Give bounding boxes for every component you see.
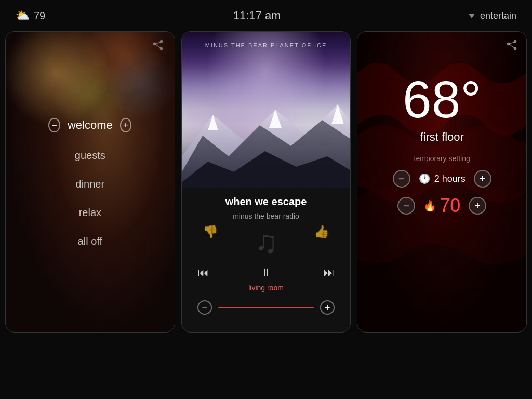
thumbs-up-button[interactable]: 👍 — [314, 224, 329, 260]
volume-bar[interactable] — [218, 307, 314, 308]
temp-minus-button[interactable]: − — [397, 197, 415, 215]
share-icon — [504, 39, 519, 54]
scene-plus-button[interactable]: + — [120, 118, 132, 132]
weather-widget: ⛅ 79 — [16, 9, 45, 22]
plus-icon: + — [480, 173, 486, 185]
svg-line-3 — [155, 42, 161, 44]
timer-plus-button[interactable]: + — [474, 170, 491, 188]
plus-icon: + — [325, 303, 330, 312]
minus-icon: − — [202, 303, 207, 312]
timer-row: − 🕐 2 hours + — [368, 170, 516, 188]
set-temp-row: − 🔥 70 + — [368, 195, 516, 217]
album-art: MINUS THE BEAR PLANET OF ICE — [182, 32, 351, 188]
thermo-content: 68° first floor temporary setting − 🕐 2 … — [357, 32, 526, 332]
scene-list: guests dinner relax all off — [6, 141, 175, 256]
scenes-card: − welcome + guests dinner relax all off — [5, 31, 175, 332]
chevron-down-icon — [469, 14, 475, 18]
mode-label: entertain — [480, 10, 516, 21]
clock: 11:17 am — [233, 9, 281, 22]
set-temp-value: 70 — [440, 195, 460, 217]
location-label: first floor — [420, 130, 464, 144]
volume-up-button[interactable]: + — [320, 300, 335, 315]
svg-line-14 — [509, 42, 514, 44]
clock-icon: 🕐 — [419, 173, 430, 184]
room-label: living room — [248, 284, 284, 292]
cards-container: − welcome + guests dinner relax all off — [0, 31, 532, 384]
minus-icon: − — [403, 200, 409, 212]
temp-plus-button[interactable]: + — [469, 197, 486, 215]
music-note-icon: ♫ — [255, 227, 278, 258]
music-card: MINUS THE BEAR PLANET OF ICE when we esc… — [181, 31, 351, 332]
playback-controls: ⏮ ⏸ ⏭ — [192, 266, 340, 280]
current-temperature: 68° — [403, 73, 481, 125]
plus-icon: + — [474, 200, 481, 212]
thumbs-row: 👎 ♫ 👍 — [192, 224, 340, 260]
minus-icon: − — [51, 121, 57, 130]
selected-scene-label: welcome — [68, 118, 113, 132]
weather-icon: ⛅ — [16, 9, 30, 22]
scene-minus-button[interactable]: − — [48, 118, 60, 132]
previous-button[interactable]: ⏮ — [197, 266, 209, 280]
top-bar: ⛅ 79 11:17 am entertain — [0, 0, 532, 31]
scenes-share-button[interactable] — [151, 39, 167, 56]
play-pause-button[interactable]: ⏸ — [260, 266, 272, 280]
set-temperature: 🔥 70 — [423, 195, 460, 217]
selected-scene-row: − welcome + — [38, 115, 142, 136]
song-subtitle: minus the bear radio — [233, 212, 299, 220]
song-title: when we escape — [225, 196, 307, 208]
setting-label: temporary setting — [414, 154, 470, 163]
volume-row: − + — [192, 300, 340, 315]
mode-selector[interactable]: entertain — [469, 10, 516, 21]
svg-line-15 — [509, 44, 514, 48]
timer-display: 🕐 2 hours — [419, 173, 466, 184]
svg-line-4 — [155, 44, 161, 48]
thermo-card: 68° first floor temporary setting − 🕐 2 … — [357, 31, 527, 332]
timer-minus-button[interactable]: − — [393, 170, 410, 188]
scene-item-relax[interactable]: relax — [6, 198, 175, 227]
scenes-content: − welcome + guests dinner relax all off — [6, 32, 175, 332]
timer-label: 2 hours — [434, 174, 466, 184]
scene-item-alloff[interactable]: all off — [6, 227, 175, 256]
share-icon — [151, 39, 165, 54]
volume-down-button[interactable]: − — [197, 300, 212, 315]
album-band-info: MINUS THE BEAR PLANET OF ICE — [182, 42, 351, 48]
weather-temp: 79 — [34, 10, 45, 22]
plus-icon: + — [123, 121, 129, 130]
mountain-illustration — [182, 94, 351, 188]
time-display: 11:17 am — [233, 9, 281, 22]
minus-icon: − — [398, 173, 405, 185]
thumbs-down-button[interactable]: 👎 — [203, 224, 218, 260]
next-button[interactable]: ⏭ — [323, 266, 335, 280]
scene-item-guests[interactable]: guests — [6, 141, 175, 170]
scene-item-dinner[interactable]: dinner — [6, 170, 175, 198]
flame-icon: 🔥 — [423, 200, 436, 212]
thermo-share-button[interactable] — [504, 39, 519, 56]
music-controls: when we escape minus the bear radio 👎 ♫ … — [182, 188, 351, 320]
